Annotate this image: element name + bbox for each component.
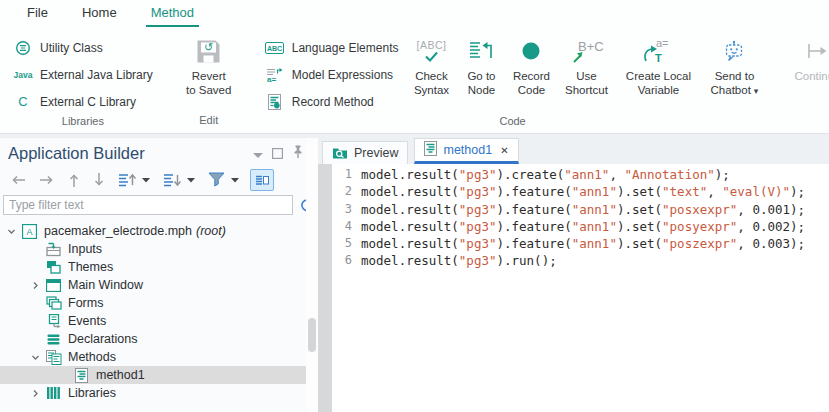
line-number: 2 <box>318 183 352 200</box>
code-area[interactable]: 1model.result("pg3").create("ann1", "Ann… <box>318 164 829 412</box>
ribbon: File Home Method Utility Class Java Exte… <box>0 0 829 134</box>
tree-item-declarations[interactable]: Declarations <box>0 330 318 348</box>
language-elements-label: Language Elements <box>292 41 399 55</box>
panel-pin-icon[interactable] <box>292 145 304 163</box>
sort-descending-dropdown-icon[interactable] <box>184 169 198 191</box>
chevron-expanded-icon[interactable] <box>30 353 41 362</box>
check-syntax-button[interactable]: [ABC] CheckSyntax <box>405 27 457 97</box>
tab-method[interactable]: Method <box>146 0 199 27</box>
method-editor: Preview method1 ✕ 1model.result("pg3").c… <box>318 138 829 412</box>
code-text: model.result("pg3").feature("ann1").set(… <box>352 201 805 218</box>
record-method-icon <box>265 94 285 110</box>
utility-class-button[interactable]: Utility Class <box>6 34 110 61</box>
code-line[interactable]: 6model.result("pg3").run(); <box>318 252 829 269</box>
line-number: 4 <box>318 218 352 235</box>
tab-home[interactable]: Home <box>77 0 122 27</box>
code-line[interactable]: 4model.result("pg3").feature("ann1").set… <box>318 218 829 235</box>
line-number: 3 <box>318 201 352 218</box>
tree-item-themes[interactable]: Themes <box>0 258 318 276</box>
filter-dropdown-icon[interactable] <box>228 169 242 191</box>
tree-item-method1[interactable]: method1 <box>0 366 318 384</box>
line-number: 5 <box>318 235 352 252</box>
record-code-button[interactable]: RecordCode <box>505 27 557 97</box>
forward-arrow-icon[interactable] <box>36 169 58 191</box>
send-to-chatbot-button[interactable]: Send toChatbot▾ <box>701 27 767 98</box>
svg-text:T: T <box>655 52 662 64</box>
group-label-edit: Edit <box>174 114 244 133</box>
send-to-chatbot-label: Send toChatbot▾ <box>711 69 759 98</box>
tree-item-forms-label: Forms <box>68 296 103 310</box>
continue-button[interactable]: Continue <box>781 27 829 83</box>
events-icon <box>45 314 62 329</box>
revert-to-saved-label: Revertto Saved <box>186 69 231 97</box>
code-line[interactable]: 2model.result("pg3").feature("ann1").set… <box>318 183 829 200</box>
scrollbar-thumb[interactable] <box>308 318 316 352</box>
code-text: model.result("pg3").feature("ann1").set(… <box>352 235 805 252</box>
revert-to-saved-icon: ↺ <box>195 33 222 69</box>
filter-icon[interactable] <box>205 169 228 191</box>
go-to-node-button[interactable]: Go toNode <box>457 27 505 97</box>
code-text: model.result("pg3").feature("ann1").set(… <box>352 218 805 235</box>
show-node-text-toggle[interactable] <box>250 169 274 191</box>
language-elements-icon: ABC <box>265 41 285 55</box>
tree-item-events[interactable]: Events <box>0 312 318 330</box>
create-local-variable-button[interactable]: a=T Create LocalVariable <box>615 27 701 97</box>
tree-item-main-window-label: Main Window <box>68 278 143 292</box>
declarations-icon <box>45 334 62 345</box>
tree-item-themes-label: Themes <box>68 260 113 274</box>
use-shortcut-button[interactable]: B+C UseShortcut <box>557 27 615 97</box>
record-method-button[interactable]: Record Method <box>258 88 406 115</box>
filter-input[interactable] <box>3 195 293 215</box>
move-down-icon[interactable] <box>90 169 108 191</box>
sort-ascending-icon[interactable] <box>115 169 139 191</box>
tree-item-libraries[interactable]: Libraries <box>0 384 318 402</box>
code-text: model.result("pg3").run(); <box>352 252 557 269</box>
model-expressions-button[interactable]: a= Model Expressions <box>258 61 406 88</box>
chevron-collapsed-icon[interactable] <box>30 281 41 290</box>
group-libraries: Utility Class Java External Java Library… <box>6 27 160 133</box>
tab-preview[interactable]: Preview <box>322 141 408 164</box>
use-shortcut-icon: B+C <box>568 33 604 69</box>
tree-item-root[interactable]: A pacemaker_electrode.mph (root) <box>0 222 318 240</box>
tree-item-forms[interactable]: Forms <box>0 294 318 312</box>
external-java-library-button[interactable]: Java External Java Library <box>6 61 160 88</box>
back-arrow-icon[interactable] <box>7 169 29 191</box>
tree-item-methods[interactable]: Methods <box>0 348 318 366</box>
panel-scrollbar[interactable] <box>306 138 318 412</box>
methods-icon <box>45 350 62 365</box>
tree-item-main-window[interactable]: Main Window <box>0 276 318 294</box>
external-c-library-button[interactable]: C External C Library <box>6 88 143 115</box>
ribbon-body: Utility Class Java External Java Library… <box>0 27 829 133</box>
group-code: ABC Language Elements a= Model Expressio… <box>258 27 768 133</box>
panel-collapse-icon[interactable] <box>253 145 263 163</box>
chevron-collapsed-icon[interactable] <box>30 389 41 398</box>
language-elements-button[interactable]: ABC Language Elements <box>258 34 406 61</box>
tab-method1[interactable]: method1 ✕ <box>414 138 518 164</box>
sort-ascending-dropdown-icon[interactable] <box>139 169 153 191</box>
tree-item-methods-label: Methods <box>68 350 116 364</box>
tree-item-inputs[interactable]: Inputs <box>0 240 318 258</box>
create-local-variable-label: Create LocalVariable <box>626 69 691 97</box>
panel-title: Application Builder <box>8 144 253 163</box>
group-continue: Continue <box>781 27 829 133</box>
svg-text:A: A <box>26 227 32 237</box>
code-line[interactable]: 3model.result("pg3").feature("ann1").set… <box>318 201 829 218</box>
go-to-node-label: Go toNode <box>467 69 495 97</box>
revert-to-saved-button[interactable]: ↺ Revertto Saved <box>174 27 244 97</box>
code-line[interactable]: 5model.result("pg3").feature("ann1").set… <box>318 235 829 252</box>
code-line[interactable]: 1model.result("pg3").create("ann1", "Ann… <box>318 166 829 183</box>
tab-method1-label: method1 <box>443 143 492 157</box>
model-expressions-label: Model Expressions <box>292 68 393 82</box>
editor-tab-bar: Preview method1 ✕ <box>318 138 829 164</box>
move-up-icon[interactable] <box>65 169 83 191</box>
panel-float-icon[interactable] <box>272 145 283 163</box>
chevron-expanded-icon[interactable] <box>6 227 17 236</box>
main-window-icon <box>45 279 62 292</box>
utility-class-label: Utility Class <box>40 41 103 55</box>
close-tab-icon[interactable]: ✕ <box>500 145 508 156</box>
model-expressions-icon: a= <box>265 67 285 83</box>
sort-descending-icon[interactable] <box>160 169 184 191</box>
group-label-code: Code <box>258 115 768 134</box>
tab-file[interactable]: File <box>22 0 53 27</box>
tab-preview-label: Preview <box>354 146 398 160</box>
